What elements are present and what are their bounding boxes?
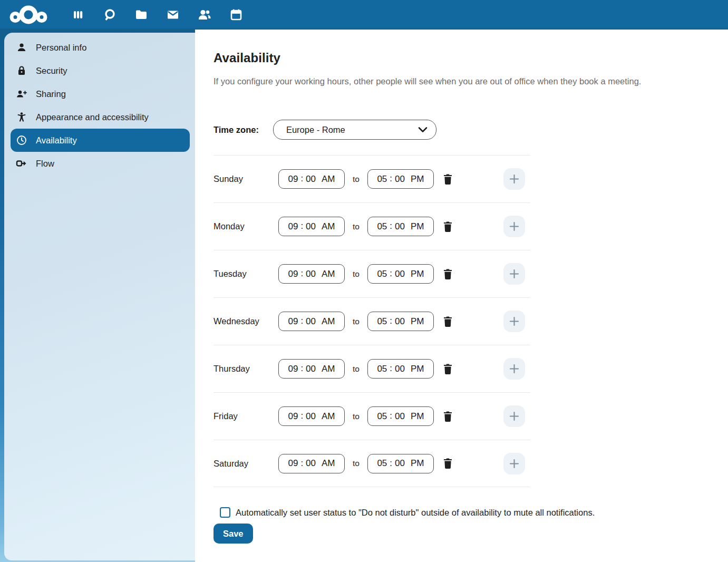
availability-settings-panel: Availability If you configure your worki…	[195, 30, 728, 562]
mail-icon	[166, 8, 180, 22]
start-time-input[interactable]: 09:00AM	[278, 264, 345, 284]
time-separator: :	[390, 411, 392, 421]
dnd-checkbox[interactable]	[220, 507, 230, 518]
to-label: to	[353, 269, 360, 279]
dashboard-icon	[71, 8, 85, 22]
nextcloud-logo[interactable]	[8, 3, 48, 26]
sidebar-item-sharing[interactable]: Sharing	[11, 82, 190, 105]
dnd-checkbox-label: Automatically set user status to "Do not…	[236, 508, 595, 518]
add-slot-button[interactable]	[503, 216, 525, 237]
ampm-value: PM	[411, 221, 424, 232]
add-slot-button[interactable]	[503, 358, 525, 380]
weekly-availability-list: Sunday 09:00AM to 05:00PM Monday	[213, 155, 530, 487]
files-app-button[interactable]	[130, 3, 153, 26]
sidebar-item-security[interactable]: Security	[11, 59, 190, 82]
ampm-value: AM	[322, 458, 335, 469]
page-title: Availability	[213, 51, 728, 65]
sidebar-item-label: Security	[36, 66, 67, 76]
day-label: Thursday	[213, 364, 278, 374]
availability-row-tuesday: Tuesday 09:00AM to 05:00PM	[213, 250, 530, 297]
end-time-input[interactable]: 05:00PM	[367, 217, 434, 236]
folder-icon	[134, 8, 148, 22]
minute-value: 00	[395, 221, 405, 232]
hour-value: 09	[288, 316, 298, 327]
save-button[interactable]: Save	[213, 524, 253, 544]
delete-slot-button[interactable]	[441, 266, 455, 283]
delete-slot-button[interactable]	[441, 455, 455, 472]
trash-icon	[443, 316, 453, 327]
day-label: Wednesday	[213, 316, 278, 326]
start-time-input[interactable]: 09:00AM	[278, 359, 345, 379]
add-slot-button[interactable]	[503, 311, 525, 332]
delete-slot-button[interactable]	[441, 313, 455, 330]
minute-value: 00	[306, 364, 316, 374]
time-separator: :	[390, 268, 392, 279]
add-slot-button[interactable]	[503, 453, 525, 474]
settings-sidebar: Personal info Security Sharing	[4, 33, 195, 560]
hour-value: 09	[288, 269, 298, 279]
contacts-app-button[interactable]	[193, 3, 216, 26]
dnd-checkbox-row: Automatically set user status to "Do not…	[213, 507, 728, 518]
minute-value: 00	[306, 411, 316, 422]
sidebar-item-flow[interactable]: Flow	[11, 152, 190, 175]
trash-icon	[443, 458, 453, 469]
hour-value: 05	[377, 316, 387, 327]
ampm-value: AM	[322, 316, 335, 327]
ampm-value: AM	[322, 221, 335, 232]
hour-value: 09	[288, 174, 298, 185]
page-subtitle: If you configure your working hours, oth…	[213, 76, 704, 86]
end-time-input[interactable]: 05:00PM	[367, 359, 434, 379]
minute-value: 00	[395, 316, 405, 327]
add-slot-button[interactable]	[503, 263, 525, 285]
time-separator: :	[390, 316, 392, 326]
mail-app-button[interactable]	[161, 3, 185, 26]
add-slot-button[interactable]	[503, 168, 525, 190]
end-time-input[interactable]: 05:00PM	[367, 264, 434, 284]
add-slot-button[interactable]	[503, 405, 525, 427]
hour-value: 05	[377, 221, 387, 232]
sidebar-item-availability[interactable]: Availability	[11, 129, 190, 152]
hour-value: 05	[377, 458, 387, 469]
hour-value: 05	[377, 174, 387, 185]
start-time-input[interactable]: 09:00AM	[278, 406, 345, 426]
timezone-select[interactable]: Europe - Rome	[273, 120, 436, 140]
ampm-value: PM	[411, 364, 424, 374]
hour-value: 09	[288, 411, 298, 422]
end-time-input[interactable]: 05:00PM	[367, 454, 434, 473]
day-label: Friday	[213, 411, 278, 421]
minute-value: 00	[306, 221, 316, 232]
sidebar-item-personal-info[interactable]: Personal info	[11, 36, 190, 59]
end-time-input[interactable]: 05:00PM	[367, 169, 434, 189]
delete-slot-button[interactable]	[441, 218, 455, 235]
end-time-input[interactable]: 05:00PM	[367, 406, 434, 426]
delete-slot-button[interactable]	[441, 171, 455, 188]
calendar-icon	[229, 8, 243, 22]
sidebar-item-appearance-accessibility[interactable]: Appearance and accessibility	[11, 105, 190, 129]
top-navigation-bar	[0, 0, 728, 30]
ampm-value: AM	[322, 269, 335, 279]
minute-value: 00	[395, 174, 405, 185]
calendar-app-button[interactable]	[225, 3, 248, 26]
plus-icon	[509, 268, 520, 279]
start-time-input[interactable]: 09:00AM	[278, 217, 345, 236]
minute-value: 00	[395, 269, 405, 279]
hour-value: 05	[377, 364, 387, 374]
lock-icon	[16, 65, 27, 76]
end-time-input[interactable]: 05:00PM	[367, 312, 434, 331]
to-label: to	[353, 317, 360, 326]
trash-icon	[443, 411, 453, 422]
minute-value: 00	[306, 174, 316, 185]
start-time-input[interactable]: 09:00AM	[278, 312, 345, 331]
search-button[interactable]	[98, 3, 121, 26]
timezone-label: Time zone:	[213, 125, 259, 135]
contacts-icon	[197, 7, 212, 22]
start-time-input[interactable]: 09:00AM	[278, 454, 345, 473]
start-time-input[interactable]: 09:00AM	[278, 169, 345, 189]
delete-slot-button[interactable]	[441, 361, 455, 377]
ampm-value: PM	[411, 411, 424, 422]
day-label: Sunday	[213, 174, 278, 184]
dashboard-app-button[interactable]	[66, 3, 90, 26]
time-separator: :	[390, 458, 392, 469]
minute-value: 00	[306, 316, 316, 327]
delete-slot-button[interactable]	[441, 408, 455, 425]
